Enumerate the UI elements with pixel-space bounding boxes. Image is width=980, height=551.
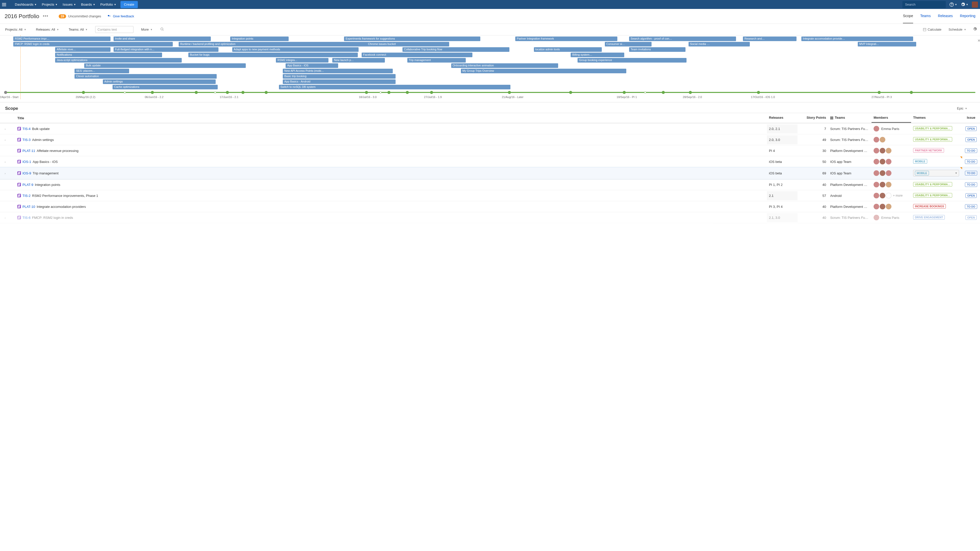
table-row[interactable]: ›IOS-1App Basics - iOSiOS beta50IOS app … bbox=[0, 156, 980, 167]
timeline-tick[interactable] bbox=[508, 91, 511, 94]
timeline-bar[interactable]: Integration points bbox=[230, 37, 289, 41]
nav-item-portfolio[interactable]: Portfolio▼ bbox=[98, 0, 119, 9]
timeline-tick[interactable] bbox=[195, 91, 198, 94]
filter-more[interactable]: More▼ bbox=[139, 27, 155, 32]
nav-item-projects[interactable]: Projects▼ bbox=[39, 0, 60, 9]
timeline-bar[interactable]: Invite and share bbox=[114, 37, 211, 41]
timeline-tick[interactable] bbox=[878, 91, 881, 94]
timeline-bar[interactable]: App Basics - iOS bbox=[286, 63, 338, 68]
story-points-cell[interactable]: 57 bbox=[797, 191, 828, 200]
member-avatar[interactable] bbox=[873, 148, 879, 153]
members-cell[interactable] bbox=[872, 134, 911, 145]
tab-reporting[interactable]: Reporting bbox=[960, 9, 975, 24]
status-lozenge[interactable]: OPEN bbox=[966, 126, 977, 131]
team-cell[interactable]: IOS app Team bbox=[828, 169, 872, 178]
expand-icon[interactable]: › bbox=[5, 160, 6, 163]
table-row[interactable]: PLAT-9Integration pointsPI 1, PI 240Plat… bbox=[0, 179, 980, 190]
members-cell[interactable]: + more bbox=[872, 190, 911, 201]
tab-teams[interactable]: Teams bbox=[920, 9, 931, 24]
timeline-tick[interactable] bbox=[406, 91, 409, 94]
timeline-bar[interactable]: Runtime / backend profiling and optimiza… bbox=[179, 42, 368, 46]
filter-teams[interactable]: Teams: All▼ bbox=[67, 27, 89, 32]
status-lozenge[interactable]: TO DO bbox=[965, 159, 977, 164]
timeline-bar[interactable]: Chrome issues bucket bbox=[366, 42, 449, 46]
member-avatar[interactable] bbox=[873, 170, 879, 176]
status-lozenge[interactable]: TO DO bbox=[965, 182, 977, 187]
theme-cell[interactable]: PARTNER NETWORK bbox=[911, 145, 962, 156]
search-input[interactable] bbox=[905, 3, 948, 6]
timeline-tick[interactable] bbox=[387, 91, 390, 94]
timeline-bar[interactable]: Clever automation bbox=[75, 74, 217, 79]
timeline-tick[interactable] bbox=[124, 91, 126, 94]
uncommitted-changes[interactable]: 19 Uncommitted changes bbox=[59, 14, 101, 18]
filter-releases[interactable]: Releases: All▼ bbox=[34, 27, 61, 32]
release-cell[interactable]: PI 1, PI 2 bbox=[767, 180, 797, 189]
theme-cell[interactable]: USABILITY & PERFORMA… bbox=[911, 135, 962, 145]
expand-icon[interactable]: › bbox=[5, 139, 6, 142]
timeline-bar[interactable]: Onboarding interactive animation bbox=[451, 63, 558, 68]
timeline-tick[interactable] bbox=[82, 91, 85, 94]
status-lozenge[interactable]: OPEN bbox=[966, 137, 977, 142]
release-cell[interactable]: 2.1 bbox=[767, 191, 797, 200]
hierarchy-dropdown[interactable]: Epic▼ bbox=[955, 105, 969, 111]
tab-releases[interactable]: Releases bbox=[938, 9, 953, 24]
timeline-bar[interactable]: Social media … bbox=[689, 42, 750, 46]
timeline-bar[interactable]: My Group Trips Overview bbox=[461, 68, 626, 73]
issue-key[interactable]: TIS-6 bbox=[22, 216, 30, 220]
filter-projects[interactable]: Projects: All▼ bbox=[3, 27, 28, 32]
release-cell[interactable]: 2.0, 3.0 bbox=[767, 135, 797, 144]
timeline-tick[interactable] bbox=[662, 91, 665, 94]
timeline-bar[interactable]: Full-fledged integration with n… bbox=[114, 47, 219, 52]
theme-cell[interactable]: USABILITY & PERFORMA… bbox=[911, 191, 962, 201]
members-cell[interactable]: Emma Paris bbox=[872, 123, 911, 134]
timeline-bar[interactable]: MVP Integrati… bbox=[858, 42, 916, 46]
team-cell[interactable]: Scrum: TIS Partners Fu… bbox=[828, 135, 872, 144]
release-cell[interactable]: iOS beta bbox=[767, 169, 797, 178]
member-avatar[interactable] bbox=[873, 204, 879, 209]
timeline-bar[interactable]: New API Access Points (mobi… bbox=[283, 68, 393, 73]
timeline-tick[interactable] bbox=[910, 91, 913, 94]
hamburger-icon[interactable] bbox=[2, 2, 8, 7]
member-avatar[interactable] bbox=[880, 170, 885, 176]
filter-search-icon[interactable] bbox=[160, 27, 164, 32]
timeline-tick[interactable] bbox=[265, 91, 268, 94]
status-lozenge[interactable]: OPEN bbox=[966, 215, 977, 220]
contains-input[interactable] bbox=[97, 27, 131, 32]
issue-key[interactable]: PLAT-10 bbox=[22, 205, 35, 209]
timeline-tick[interactable] bbox=[644, 91, 646, 94]
issue-key[interactable]: TIS-4 bbox=[22, 127, 30, 131]
table-row[interactable]: ›TIS-6FMCP: RSM2 login in creds2.1, 3.04… bbox=[0, 212, 980, 223]
timeline-tick[interactable] bbox=[151, 91, 154, 94]
release-cell[interactable]: PI 3, PI 4 bbox=[767, 202, 797, 211]
timeline-tick[interactable] bbox=[430, 91, 433, 94]
table-row[interactable]: ›IOS-9Trip managementiOS beta69IOS app T… bbox=[0, 167, 980, 179]
member-avatar[interactable] bbox=[880, 182, 885, 188]
timeline-tick[interactable] bbox=[242, 91, 245, 94]
close-timeline-icon[interactable]: ✕ bbox=[977, 38, 980, 43]
team-cell[interactable]: Platform Development … bbox=[828, 146, 872, 155]
table-row[interactable]: PLAT-10Integrate accomodation providersP… bbox=[0, 201, 980, 212]
contains-text-field[interactable] bbox=[95, 26, 134, 33]
timeline-bar[interactable]: Basic trip booking bbox=[283, 74, 396, 79]
timeline-tick[interactable] bbox=[689, 91, 692, 94]
collapse-icon[interactable] bbox=[830, 116, 833, 119]
create-button[interactable]: Create bbox=[121, 1, 138, 8]
theme-cell[interactable]: MOBILE bbox=[911, 156, 962, 167]
timeline-tick[interactable] bbox=[623, 91, 626, 94]
timeline-bar[interactable]: Trip management bbox=[407, 58, 466, 62]
settings-icon[interactable]: ▼ bbox=[961, 2, 968, 7]
timeline-tick[interactable] bbox=[226, 91, 229, 94]
team-cell[interactable]: Scrum: TIS Partners Fu… bbox=[828, 213, 872, 222]
team-cell[interactable]: Android bbox=[828, 191, 872, 200]
story-points-cell[interactable]: 69 bbox=[797, 169, 828, 178]
team-cell[interactable]: IOS app Team bbox=[828, 157, 872, 166]
member-avatar[interactable] bbox=[886, 159, 891, 164]
timeline-tick[interactable] bbox=[214, 91, 216, 94]
timeline-bar[interactable]: New launch p… bbox=[332, 58, 385, 62]
expand-icon[interactable]: › bbox=[5, 216, 6, 219]
timeline-bar[interactable]: Cache optimizations bbox=[113, 85, 218, 89]
timeline-bar[interactable]: Admin settings bbox=[103, 80, 216, 84]
nav-item-issues[interactable]: Issues▼ bbox=[60, 0, 78, 9]
timeline-bar[interactable]: Team invitations bbox=[629, 47, 686, 52]
expand-icon[interactable]: › bbox=[5, 172, 6, 175]
